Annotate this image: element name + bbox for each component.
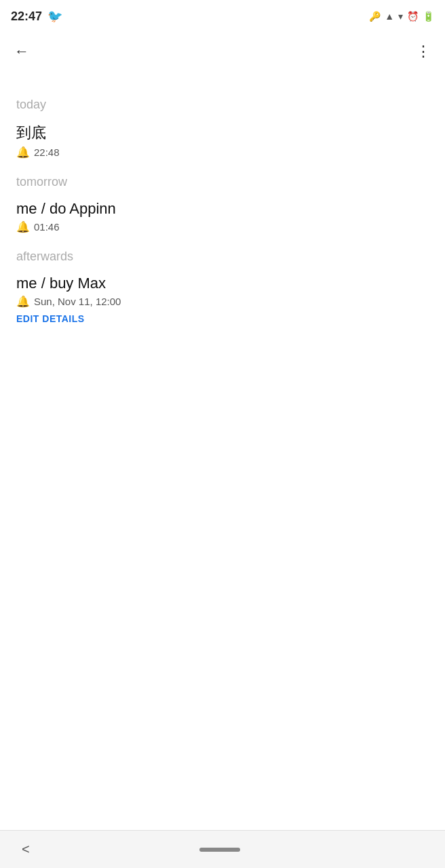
task-item-1[interactable]: 到底 🔔 22:48	[16, 123, 429, 159]
section-header-tomorrow: tomorrow	[16, 175, 429, 189]
edit-details-button[interactable]: EDIT DETAILS	[16, 313, 85, 324]
app-bar: ← ⋮	[0, 33, 445, 71]
home-pill[interactable]	[199, 848, 240, 852]
back-arrow-icon: ←	[14, 43, 29, 60]
bell-icon-3: 🔔	[16, 295, 30, 308]
section-header-today: today	[16, 98, 429, 112]
status-bar: 22:47 🐦 🔑 ▲ ▾ ⏰ 🔋	[0, 0, 445, 33]
battery-icon: 🔋	[423, 11, 434, 22]
status-time: 22:47	[11, 9, 42, 24]
section-header-afterwards: afterwards	[16, 250, 429, 264]
task-time-row-3: 🔔 Sun, Nov 11, 12:00	[16, 295, 429, 308]
status-bar-right: 🔑 ▲ ▾ ⏰ 🔋	[369, 11, 434, 22]
task-item-2[interactable]: me / do Appinn 🔔 01:46	[16, 200, 429, 233]
more-icon: ⋮	[416, 43, 431, 60]
task-title-2: me / do Appinn	[16, 200, 429, 218]
task-title-3: me / buy Max	[16, 275, 429, 292]
task-time-row-1: 🔔 22:48	[16, 146, 429, 159]
status-bar-left: 22:47 🐦	[11, 9, 62, 24]
twitter-icon: 🐦	[47, 9, 62, 24]
task-time-row-2: 🔔 01:46	[16, 220, 429, 233]
bottom-nav-bar: <	[0, 830, 445, 868]
more-button[interactable]: ⋮	[410, 38, 437, 65]
task-time-3: Sun, Nov 11, 12:00	[34, 296, 121, 307]
task-time-1: 22:48	[34, 146, 60, 158]
task-time-2: 01:46	[34, 221, 60, 233]
wifi-icon: ▾	[398, 11, 403, 22]
alarm-icon: ⏰	[407, 11, 419, 22]
task-item-3[interactable]: me / buy Max 🔔 Sun, Nov 11, 12:00 EDIT D…	[16, 275, 429, 325]
task-title-1: 到底	[16, 123, 429, 143]
bell-icon-2: 🔔	[16, 220, 30, 233]
back-button[interactable]: ←	[8, 38, 35, 65]
bell-icon-1: 🔔	[16, 146, 30, 159]
signal-icon: ▲	[385, 11, 394, 22]
content: today 到底 🔔 22:48 tomorrow me / do Appinn…	[0, 71, 445, 349]
key-icon: 🔑	[369, 11, 381, 22]
nav-back-button[interactable]: <	[22, 842, 30, 857]
